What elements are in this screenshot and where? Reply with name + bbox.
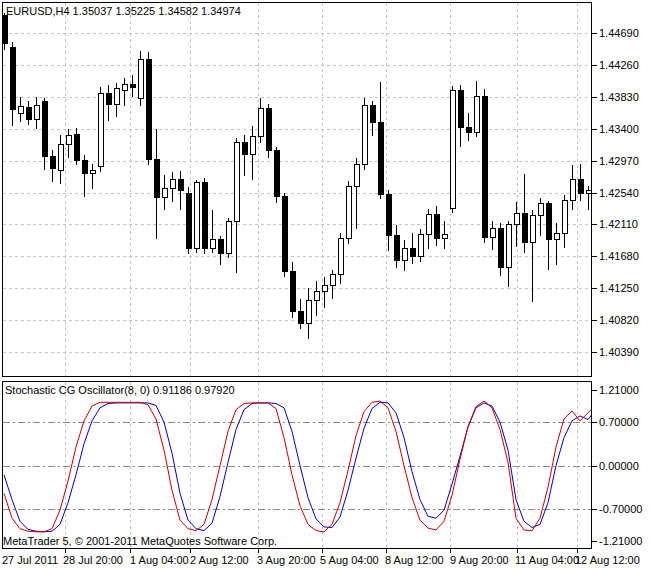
- oscillator-plot[interactable]: [3, 382, 591, 548]
- time-axis-label: 28 Jul 20:00: [63, 554, 123, 566]
- price-axis-tick: [592, 193, 597, 194]
- price-axis-label: 1.44690: [599, 27, 639, 39]
- price-axis-label: 1.40390: [599, 346, 639, 358]
- price-axis-tick: [592, 320, 597, 321]
- price-axis-tick: [592, 224, 597, 225]
- price-axis-label: 1.40820: [599, 314, 639, 326]
- oscillator-axis-label: 0.00000: [599, 460, 639, 472]
- price-axis-label: 1.42110: [599, 218, 638, 230]
- time-axis-tick: [517, 549, 518, 553]
- price-axis-label: 1.42540: [599, 187, 639, 199]
- oscillator-axis-tick: [592, 422, 597, 423]
- candles-layer: [3, 13, 591, 339]
- time-axis-tick: [322, 549, 323, 553]
- oscillator-axis-label: -1.21000: [599, 535, 642, 547]
- price-axis-label: 1.43400: [599, 123, 639, 135]
- oscillator-axis-tick: [592, 541, 597, 542]
- oscillator-axis-label: 1.21000: [599, 384, 639, 396]
- time-axis-label: 27 Jul 2011: [2, 554, 58, 566]
- oscillator-axis-label: 0.70000: [599, 416, 639, 428]
- indicator-label: Stochastic CG Oscillator(8, 0) 0.91186 0…: [5, 384, 235, 396]
- time-axis-label: 1 Aug 04:00: [130, 554, 189, 566]
- time-axis-label: 5 Aug 04:00: [320, 554, 379, 566]
- symbol-ohlc-header: EURUSD,H4 1.35037 1.35225 1.34582 1.3497…: [6, 5, 241, 17]
- oscillator-axis-label: -0.70000: [599, 503, 642, 515]
- price-axis-tick: [592, 288, 597, 289]
- price-axis-tick: [592, 256, 597, 257]
- price-axis-tick: [592, 97, 597, 98]
- price-axis-label: 1.43830: [599, 91, 639, 103]
- time-axis-tick: [386, 549, 387, 553]
- copyright-text: MetaTrader 5, © 2001-2011 MetaQuotes Sof…: [3, 535, 277, 547]
- time-axis-tick: [130, 549, 131, 553]
- time-axis-tick: [258, 549, 259, 553]
- price-axis-label: 1.41250: [599, 282, 639, 294]
- price-axis-tick: [592, 65, 597, 66]
- time-axis-label: 12 Aug 12:00: [575, 554, 640, 566]
- price-chart-plot[interactable]: [3, 3, 591, 376]
- level-lines-layer: [3, 423, 591, 510]
- price-axis-label: 1.44260: [599, 59, 639, 71]
- time-axis-label: 8 Aug 12:00: [385, 554, 444, 566]
- price-axis-label: 1.41680: [599, 250, 639, 262]
- price-axis-tick: [592, 352, 597, 353]
- time-axis-label: 9 Aug 20:00: [450, 554, 509, 566]
- time-axis-label: 3 Aug 20:00: [257, 554, 316, 566]
- price-axis-label: 1.42970: [599, 155, 639, 167]
- time-axis-tick: [190, 549, 191, 553]
- time-axis-label: 2 Aug 12:00: [190, 554, 249, 566]
- oscillator-axis-tick: [592, 509, 597, 510]
- time-axis-tick: [577, 549, 578, 553]
- oscillator-axis-tick: [592, 466, 597, 467]
- main-grid-layer: [3, 3, 591, 376]
- oscillator-main-line: [4, 402, 591, 532]
- time-axis-tick: [450, 549, 451, 553]
- price-axis-tick: [592, 129, 597, 130]
- time-axis-label: 11 Aug 04:00: [515, 554, 579, 566]
- sub-grid-layer: [66, 382, 578, 548]
- oscillator-axis-tick: [592, 390, 597, 391]
- chart-window: EURUSD,H4 1.35037 1.35225 1.34582 1.3497…: [0, 0, 653, 569]
- time-axis-tick: [65, 549, 66, 553]
- price-axis-tick: [592, 161, 597, 162]
- price-axis-tick: [592, 33, 597, 34]
